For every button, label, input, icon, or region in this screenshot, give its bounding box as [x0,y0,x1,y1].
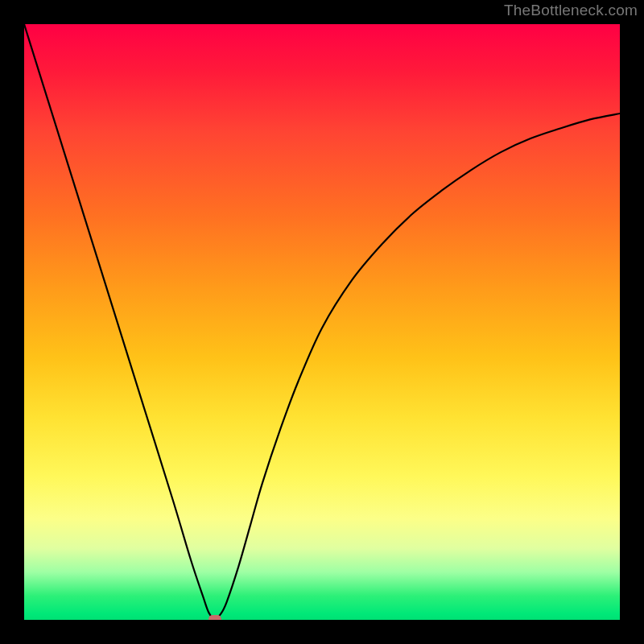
watermark-text: TheBottleneck.com [504,2,638,19]
plot-area [24,24,620,620]
chart-frame: TheBottleneck.com [0,0,644,644]
bottleneck-curve [24,24,620,620]
